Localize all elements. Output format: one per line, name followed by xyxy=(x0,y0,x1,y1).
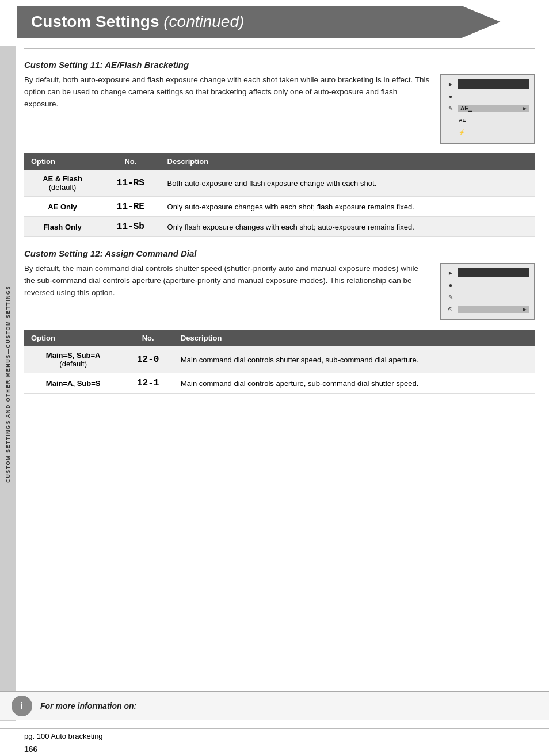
lcd-play-icon: ► xyxy=(446,81,455,87)
footer-bar: i For more information on: xyxy=(0,691,549,720)
footer-icon: i xyxy=(12,696,32,716)
option-ae-only: AE Only xyxy=(24,197,101,217)
lcd2-selected-row: ► xyxy=(458,306,529,313)
footer-label: For more information on: xyxy=(40,701,136,711)
top-divider xyxy=(24,48,535,49)
col-desc-1: Description xyxy=(161,153,535,170)
lcd-aef-text: AE⎯ xyxy=(460,105,472,112)
lcd-bar-1 xyxy=(458,79,529,89)
option-main-s: Main=S, Sub=A(default) xyxy=(24,346,122,373)
option-flash-only: Flash Only xyxy=(24,217,101,237)
section1-body: By default, both auto-exposure and flash… xyxy=(24,74,431,110)
lcd2-arrow-icon: ► xyxy=(522,306,528,312)
section2-table-head: Option No. Description xyxy=(24,330,535,346)
sidebar: CUSTOM SETTINGS AND OTHER MENUS—CUSTOM S… xyxy=(0,46,16,721)
lcd-arrow-icon: ► xyxy=(522,105,528,112)
main-content: Custom Setting 11: AE/Flash Bracketing B… xyxy=(24,38,535,394)
lcd2-play-icon: ► xyxy=(446,270,455,276)
section2-body: By default, the main command dial contro… xyxy=(24,263,431,299)
subtitle-text: (continued) xyxy=(163,13,244,30)
no-ae-only: 11-RE xyxy=(101,197,160,217)
option-main-a: Main=A, Sub=S xyxy=(24,373,122,394)
table-row: Flash Only 11-Sb Only flash exposure cha… xyxy=(24,217,535,237)
title-text: Custom Settings xyxy=(31,13,159,30)
section1-table: Option No. Description AE & Flash(defaul… xyxy=(24,153,535,237)
svg-text:i: i xyxy=(21,701,23,711)
section2-table: Option No. Description Main=S, Sub=A(def… xyxy=(24,330,535,394)
section1-row: By default, both auto-exposure and flash… xyxy=(24,74,535,144)
sidebar-label: CUSTOM SETTINGS AND OTHER MENUS—CUSTOM S… xyxy=(5,285,11,483)
table-row: AE & Flash(default) 11-RS Both auto-expo… xyxy=(24,170,535,197)
lcd2-bar-1 xyxy=(458,268,529,277)
desc-main-s: Main command dial controls shutter speed… xyxy=(174,346,535,373)
footer-ref: pg. 100 Auto bracketing xyxy=(0,728,549,743)
section2-row: By default, the main command dial contro… xyxy=(24,263,535,320)
section1-heading: Custom Setting 11: AE/Flash Bracketing xyxy=(24,60,535,70)
lcd2-timer-icon: ⏲ xyxy=(446,306,455,312)
page-number: 166 xyxy=(24,744,37,754)
no-ae-flash: 11-RS xyxy=(101,170,160,197)
lcd-circle-icon: ● xyxy=(446,93,455,100)
lcd2-circle-icon: ● xyxy=(446,282,455,288)
col-option-1: Option xyxy=(24,153,101,170)
table-row: AE Only 11-RE Only auto-exposure changes… xyxy=(24,197,535,217)
table-row: Main=S, Sub=A(default) 12-0 Main command… xyxy=(24,346,535,373)
option-ae-flash: AE & Flash(default) xyxy=(24,170,101,197)
lcd-flash-text: ⚡ xyxy=(459,129,465,135)
section2-heading: Custom Setting 12: Assign Command Dial xyxy=(24,249,535,258)
header-banner: Custom Settings (continued) xyxy=(17,6,501,38)
desc-flash-only: Only flash exposure changes with each sh… xyxy=(161,217,535,237)
lcd-display-1: ► ● ✎ AE⎯ ► AE ⚡ xyxy=(440,74,535,144)
desc-ae-only: Only auto-exposure changes with each sho… xyxy=(161,197,535,217)
no-flash-only: 11-Sb xyxy=(101,217,160,237)
lcd-selected-row: AE⎯ ► xyxy=(458,105,529,112)
footer-ref-text: pg. 100 Auto bracketing xyxy=(24,732,103,740)
col-no-2: No. xyxy=(122,330,174,346)
section1-table-body: AE & Flash(default) 11-RS Both auto-expo… xyxy=(24,170,535,237)
lcd-pencil-icon: ✎ xyxy=(446,105,455,112)
col-option-2: Option xyxy=(24,330,122,346)
col-desc-2: Description xyxy=(174,330,535,346)
info-icon: i xyxy=(16,700,28,712)
header-title: Custom Settings (continued) xyxy=(31,13,244,31)
lcd-display-2: ► ● ✎ ⏲ ► xyxy=(440,263,535,320)
no-main-s: 12-0 xyxy=(122,346,174,373)
table-row: Main=A, Sub=S 12-1 Main command dial con… xyxy=(24,373,535,394)
section2-table-body: Main=S, Sub=A(default) 12-0 Main command… xyxy=(24,346,535,394)
section1-table-head: Option No. Description xyxy=(24,153,535,170)
lcd2-pencil-icon: ✎ xyxy=(446,294,455,300)
lcd-ae-text: AE xyxy=(459,117,466,123)
col-no-1: No. xyxy=(101,153,160,170)
desc-main-a: Main command dial controls aperture, sub… xyxy=(174,373,535,394)
no-main-a: 12-1 xyxy=(122,373,174,394)
desc-ae-flash: Both auto-exposure and flash exposure ch… xyxy=(161,170,535,197)
